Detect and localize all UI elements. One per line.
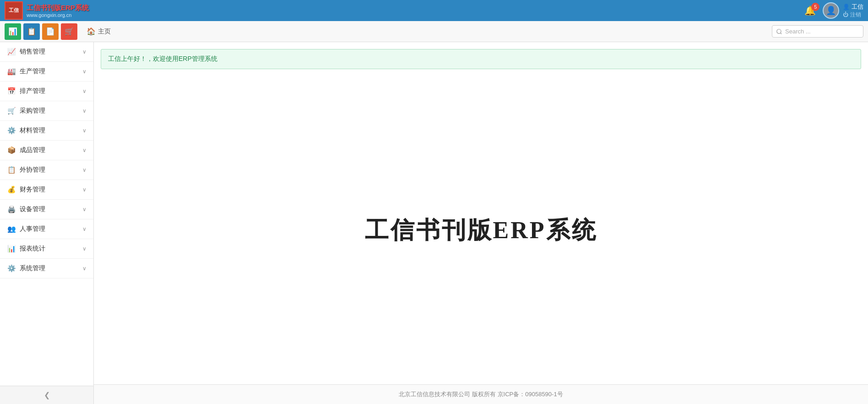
main-content: 工信书刊版ERP系统 <box>94 76 868 384</box>
chevron-icon: ∨ <box>82 226 87 232</box>
logo-text: 工信书刊版ERP系统 www.gongxin.org.cn <box>27 4 89 18</box>
notification-badge: 5 <box>811 3 819 11</box>
chevron-icon: ∨ <box>82 167 87 173</box>
breadcrumb-label: 主页 <box>98 27 111 36</box>
sidebar-label-purchasing: 采购管理 <box>20 107 45 115</box>
sidebar-label-hr: 人事管理 <box>20 225 45 233</box>
avatar: 👤 <box>823 2 839 19</box>
toolbar-btn-orange[interactable]: 📄 <box>42 23 59 40</box>
toolbar-btn-red[interactable]: 🛒 <box>61 23 77 40</box>
equipment-icon: 🖨️ <box>7 205 16 213</box>
toolbar: 📊 📋 📄 🛒 🏠 主页 <box>0 21 868 42</box>
outsourcing-icon: 📋 <box>7 166 16 174</box>
logo-char: 工信 <box>9 7 19 13</box>
chevron-icon: ∨ <box>82 49 87 55</box>
purchasing-icon: 🛒 <box>7 107 16 115</box>
sidebar: 📈 销售管理 ∨ 🏭 生产管理 ∨ 📅 排产管理 ∨ 🛒 采购管理 <box>0 42 94 404</box>
notification-bell[interactable]: 🔔 5 <box>804 5 816 16</box>
home-icon: 🏠 <box>87 27 96 36</box>
sidebar-item-finance[interactable]: 💰 财务管理 ∨ <box>0 180 93 200</box>
sidebar-item-outsourcing[interactable]: 📋 外协管理 ∨ <box>0 160 93 180</box>
user-info: 👤 工信 ⏻ 注销 <box>843 3 863 19</box>
sidebar-label-equipment: 设备管理 <box>20 205 45 213</box>
sidebar-item-reports[interactable]: 📊 报表统计 ∨ <box>0 239 93 259</box>
chevron-icon: ∨ <box>82 68 87 75</box>
sidebar-label-finished: 成品管理 <box>20 146 45 154</box>
sidebar-label-materials: 材料管理 <box>20 126 45 135</box>
collapse-icon: ❮ <box>44 391 50 399</box>
system-title: 工信书刊版ERP系统 <box>365 214 597 246</box>
chevron-icon: ∨ <box>82 206 87 213</box>
sidebar-item-hr[interactable]: 👥 人事管理 ∨ <box>0 219 93 239</box>
reports-icon: 📊 <box>7 245 16 253</box>
welcome-message: 工信上午好！，欢迎使用ERP管理系统 <box>108 55 217 62</box>
footer: 北京工信信息技术有限公司 版权所有 京ICP备：09058590-1号 <box>94 384 868 404</box>
content-area: 工信上午好！，欢迎使用ERP管理系统 工信书刊版ERP系统 北京工信信息技术有限… <box>94 42 868 404</box>
logo-area: 工信 工信书刊版ERP系统 www.gongxin.org.cn <box>5 1 89 20</box>
chevron-icon: ∨ <box>82 127 87 134</box>
logout-button[interactable]: ⏻ 注销 <box>843 11 861 19</box>
chevron-icon: ∨ <box>82 246 87 252</box>
chevron-icon: ∨ <box>82 147 87 153</box>
logo-box: 工信 <box>5 1 23 20</box>
sidebar-label-reports: 报表统计 <box>20 245 45 253</box>
finance-icon: 💰 <box>7 186 16 194</box>
user-area: 👤 👤 工信 ⏻ 注销 <box>823 2 863 19</box>
sidebar-item-purchasing[interactable]: 🛒 采购管理 ∨ <box>0 101 93 121</box>
sales-icon: 📈 <box>7 48 16 56</box>
sidebar-label-outsourcing: 外协管理 <box>20 166 45 174</box>
sidebar-item-production[interactable]: 🏭 生产管理 ∨ <box>0 62 93 82</box>
chevron-icon: ∨ <box>82 186 87 193</box>
system-icon: ⚙️ <box>7 264 16 273</box>
scheduling-icon: 📅 <box>7 87 16 95</box>
search-input[interactable] <box>772 25 863 38</box>
header-right: 🔔 5 👤 👤 工信 ⏻ 注销 <box>804 2 863 19</box>
toolbar-btn-green[interactable]: 📊 <box>5 23 21 40</box>
sidebar-label-sales: 销售管理 <box>20 48 45 56</box>
copyright-text: 北京工信信息技术有限公司 版权所有 京ICP备：09058590-1号 <box>399 391 563 398</box>
materials-icon: ⚙️ <box>7 126 16 135</box>
sidebar-label-system: 系统管理 <box>20 264 45 273</box>
hr-icon: 👥 <box>7 225 16 233</box>
welcome-banner: 工信上午好！，欢迎使用ERP管理系统 <box>101 49 861 69</box>
sidebar-item-finished[interactable]: 📦 成品管理 ∨ <box>0 141 93 160</box>
toolbar-btn-blue[interactable]: 📋 <box>23 23 40 40</box>
chevron-icon: ∨ <box>82 108 87 114</box>
production-icon: 🏭 <box>7 67 16 76</box>
sidebar-item-equipment[interactable]: 🖨️ 设备管理 ∨ <box>0 200 93 219</box>
finished-icon: 📦 <box>7 146 16 154</box>
sidebar-item-materials[interactable]: ⚙️ 材料管理 ∨ <box>0 121 93 141</box>
logo-subtitle: www.gongxin.org.cn <box>27 12 89 18</box>
sidebar-item-sales[interactable]: 📈 销售管理 ∨ <box>0 42 93 62</box>
search-area <box>772 25 863 38</box>
chevron-icon: ∨ <box>82 265 87 272</box>
user-name: 👤 工信 <box>843 3 863 11</box>
sidebar-label-scheduling: 排产管理 <box>20 87 45 95</box>
chevron-icon: ∨ <box>82 88 87 94</box>
logo-title: 工信书刊版ERP系统 <box>27 4 89 12</box>
sidebar-item-system[interactable]: ⚙️ 系统管理 ∨ <box>0 259 93 278</box>
sidebar-label-production: 生产管理 <box>20 67 45 76</box>
sidebar-item-scheduling[interactable]: 📅 排产管理 ∨ <box>0 82 93 101</box>
main-layout: 📈 销售管理 ∨ 🏭 生产管理 ∨ 📅 排产管理 ∨ 🛒 采购管理 <box>0 42 868 404</box>
sidebar-collapse-button[interactable]: ❮ <box>0 386 93 404</box>
breadcrumb: 🏠 主页 <box>80 27 770 36</box>
sidebar-label-finance: 财务管理 <box>20 186 45 194</box>
top-header: 工信 工信书刊版ERP系统 www.gongxin.org.cn 🔔 5 👤 👤… <box>0 0 868 21</box>
